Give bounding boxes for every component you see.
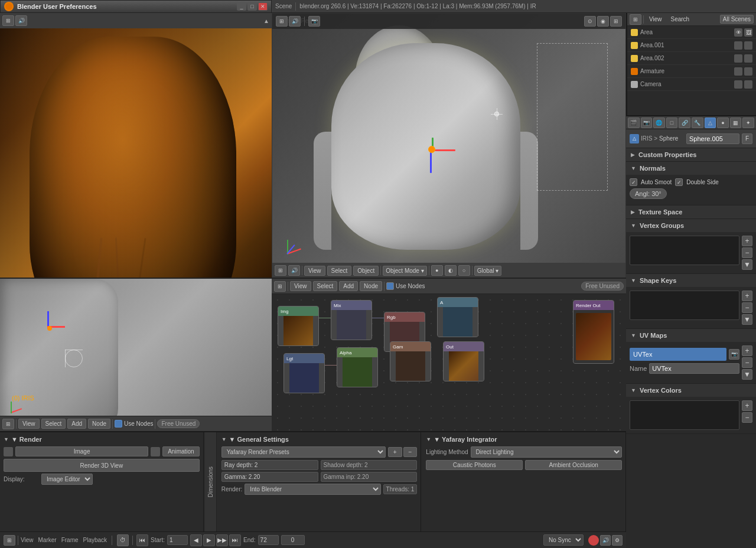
free-unused-btn[interactable]: Free Unused (157, 419, 200, 428)
vp-icon-cam[interactable]: 📷 (308, 16, 320, 27)
shape-keys-move-btn[interactable]: ▼ (742, 314, 752, 325)
display-dropdown[interactable]: Image Editor (41, 474, 93, 485)
tl-sync-dropdown[interactable]: No Sync (543, 534, 584, 546)
area-render-icon[interactable]: 🖼 (744, 28, 752, 37)
tl-marker-btn[interactable]: Marker (38, 537, 57, 543)
auto-smooth-checkbox[interactable] (630, 178, 637, 186)
outliner-item-camera[interactable]: Camera (627, 78, 756, 91)
props-constraints-icon[interactable]: 🔗 (679, 118, 690, 128)
shape-keys-header[interactable]: ▼ Shape Keys (626, 274, 756, 287)
maximize-button[interactable]: □ (247, 2, 257, 11)
global-dropdown[interactable]: Global ▾ (474, 266, 502, 276)
node-editor-canvas[interactable]: Img Mix Rgb A Lgt (272, 294, 626, 431)
uvtex-item[interactable]: UVTex (630, 348, 726, 361)
tl-audio-icon[interactable]: 🔊 (600, 535, 611, 546)
vertex-groups-list[interactable] (630, 236, 739, 265)
render-image-btn[interactable]: Image (15, 446, 148, 456)
shape-keys-remove-btn[interactable]: − (742, 302, 752, 313)
draw-mode-3[interactable]: ○ (458, 265, 470, 276)
tl-current-frame-input[interactable] (281, 535, 305, 545)
fake-user-button[interactable]: F (742, 133, 752, 144)
draw-mode-1[interactable]: ● (431, 265, 443, 276)
area001-render-icon[interactable] (744, 41, 752, 50)
normals-angle-input[interactable]: Angl: 30° (630, 188, 667, 199)
outliner-item-armature[interactable]: Armature (627, 65, 756, 78)
caustic-photons-btn[interactable]: Caustic Photons (426, 460, 523, 470)
into-blender-dropdown[interactable]: Into Blender (245, 484, 380, 495)
shadow-depth-input[interactable]: Shadow depth: 2 (321, 460, 418, 470)
vp-icon-r2[interactable]: ◉ (597, 16, 609, 27)
render-animation-btn[interactable]: Animation (162, 446, 199, 456)
mesh-name-input[interactable] (686, 133, 739, 144)
tl-frame-btn[interactable]: Frame (61, 537, 79, 543)
ambient-occlusion-btn[interactable]: Ambient Occlusion (525, 460, 622, 470)
ne-free-unused-btn[interactable]: Free Unused (581, 282, 624, 291)
uv-maps-remove-btn[interactable]: − (742, 357, 752, 368)
vp-toolbar-icon-2[interactable]: 🔊 (288, 265, 300, 276)
props-texture-icon[interactable]: ▦ (730, 118, 742, 128)
uv-maps-add-btn[interactable]: + (742, 345, 752, 356)
tl-prev-frame-btn[interactable]: ⏮ (136, 534, 148, 546)
tl-end-btn[interactable]: ⏭ (229, 534, 241, 546)
vp-icon-r1[interactable]: ⊙ (584, 16, 596, 27)
all-scenes-btn[interactable]: All Scenes (720, 15, 754, 24)
outliner-item-area[interactable]: Area 👁 🖼 (627, 26, 756, 39)
object-menu-btn[interactable]: Object (353, 266, 379, 276)
tl-end-input[interactable] (258, 535, 279, 545)
tl-settings-icon[interactable]: ⚙ (612, 535, 623, 546)
texture-space-header[interactable]: ▶ Texture Space (626, 206, 756, 218)
area002-render-icon[interactable] (744, 54, 752, 63)
ne-use-nodes-check[interactable] (386, 282, 394, 290)
ne-view-btn[interactable]: View (290, 281, 311, 291)
area001-eye-icon[interactable] (734, 41, 742, 50)
props-modifier-icon[interactable]: 🔧 (692, 118, 703, 128)
object-mode-dropdown[interactable]: Object Mode ▾ (383, 266, 426, 276)
vp-toolbar-icon-1[interactable]: ⊞ (275, 265, 286, 276)
vp-icon-1[interactable]: ⊞ (276, 16, 288, 27)
normals-header[interactable]: ▼ Normals (626, 162, 756, 175)
bl-view-btn[interactable]: View (18, 419, 40, 429)
threads-input[interactable]: Threads: 1 (383, 484, 418, 494)
draw-mode-2[interactable]: ◐ (445, 265, 457, 276)
vertex-groups-remove-btn[interactable]: − (742, 247, 752, 258)
tl-view-btn[interactable]: View (21, 537, 34, 543)
bl-icon-1[interactable]: ⊞ (2, 419, 14, 429)
area-eye-icon[interactable]: 👁 (734, 28, 742, 37)
outliner-icon[interactable]: ⊞ (630, 14, 641, 25)
tl-playback-btn[interactable]: Playback (83, 537, 107, 543)
ne-select-btn[interactable]: Select (313, 281, 338, 291)
bl-select-btn[interactable]: Select (41, 419, 66, 429)
vertex-colors-header[interactable]: ▼ Vertex Colors (626, 384, 756, 397)
tl-icon[interactable]: ⊞ (4, 535, 15, 546)
props-data-icon[interactable]: △ (705, 118, 716, 128)
vertex-colors-add-btn[interactable]: + (742, 400, 752, 411)
camera-eye-icon[interactable] (734, 80, 742, 89)
props-render-icon[interactable]: 📷 (641, 118, 653, 128)
uv-maps-header[interactable]: ▼ UV Maps (626, 329, 756, 342)
armature-render-icon[interactable] (744, 67, 752, 76)
tl-play-btn[interactable]: ▶ (203, 534, 215, 546)
tl-clock-icon[interactable]: ⏱ (117, 534, 129, 546)
shape-keys-add-btn[interactable]: + (742, 291, 752, 301)
direct-lighting-dropdown[interactable]: Direct Lighting (471, 446, 623, 458)
vertex-colors-remove-btn[interactable]: − (742, 412, 752, 423)
bl-use-nodes-check[interactable] (115, 420, 122, 428)
tl-fwd-btn[interactable]: ▶▶ (216, 534, 228, 546)
area002-eye-icon[interactable] (734, 54, 742, 63)
uv-maps-move-btn[interactable]: ▼ (742, 369, 752, 380)
props-material-icon[interactable]: ● (717, 118, 729, 128)
gamma-inp-input[interactable]: Gamma inp: 2.20 (321, 472, 418, 482)
preset-add-btn[interactable]: + (388, 447, 402, 457)
double-side-checkbox[interactable] (675, 178, 683, 186)
vertex-groups-move-btn[interactable]: ▼ (742, 259, 752, 270)
render-header-btn-2[interactable]: 🔊 (15, 15, 27, 26)
uvtex-camera-btn[interactable]: 📷 (729, 349, 739, 360)
props-object-icon[interactable]: □ (666, 118, 678, 128)
gamma-input[interactable]: Gamma: 2.20 (221, 472, 318, 482)
uv-name-input[interactable] (649, 363, 739, 374)
camera-render-icon[interactable] (744, 80, 752, 89)
props-scene-icon[interactable]: 🎬 (628, 118, 640, 128)
vertex-groups-add-btn[interactable]: + (742, 236, 752, 246)
render-header-btn-1[interactable]: ⊞ (2, 15, 14, 26)
custom-properties-header[interactable]: ▶ Custom Properties (626, 148, 756, 161)
